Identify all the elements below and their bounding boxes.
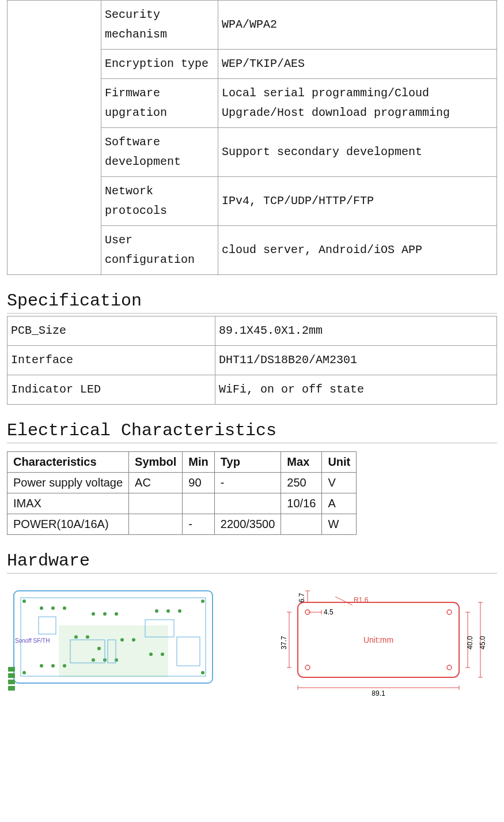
svg-point-25	[86, 635, 89, 639]
svg-point-15	[115, 612, 118, 616]
col-max: Max	[281, 452, 322, 473]
svg-point-22	[149, 653, 153, 656]
svg-rect-33	[177, 637, 200, 666]
svg-point-41	[305, 665, 310, 670]
spec-key: Interface	[7, 346, 215, 375]
svg-rect-2	[59, 625, 168, 677]
cell	[129, 493, 183, 514]
svg-point-8	[51, 606, 55, 610]
dim-width: 89.1	[372, 689, 385, 697]
table-row: IMAX 10/16 A	[7, 493, 357, 514]
dim-top-h: 4.5	[324, 608, 334, 616]
svg-point-27	[120, 638, 124, 642]
table-header-row: Characteristics Symbol Min Typ Max Unit	[7, 452, 357, 473]
svg-point-24	[74, 635, 78, 639]
cell: POWER(10A/16A)	[7, 514, 129, 535]
svg-point-9	[63, 606, 66, 610]
pcb-label: Sonoff SF/TH	[15, 638, 50, 644]
empty-cell	[7, 1, 101, 275]
svg-line-50	[335, 597, 353, 605]
spec-value: WiFi, on or off state	[215, 375, 497, 405]
heading-specification: Specification	[7, 291, 497, 314]
svg-point-40	[447, 610, 452, 614]
svg-point-28	[132, 638, 135, 642]
heading-electrical: Electrical Characteristics	[7, 421, 497, 443]
cell: 250	[281, 473, 322, 493]
dim-radius: R1.6	[354, 596, 369, 604]
spec-key: PCB_Size	[7, 316, 215, 346]
cell: AC	[129, 473, 183, 493]
svg-point-20	[166, 609, 170, 613]
table-row: Interface DHT11/DS18B20/AM2301	[7, 346, 497, 375]
heading-hardware: Hardware	[7, 551, 497, 574]
pcb-dimension-diagram: 37.7 6.7 4.5 R1.6	[266, 585, 491, 700]
cell: Power supply voltage	[7, 473, 129, 493]
parameters-table: Security mechanism WPA/WPA2 Encryption t…	[7, 0, 497, 275]
svg-rect-31	[39, 617, 56, 634]
svg-point-5	[22, 671, 26, 674]
dim-top-v: 6.7	[298, 593, 306, 602]
param-key: Firmware upgration	[101, 79, 218, 128]
svg-point-12	[63, 664, 66, 668]
dim-height-outer: 45.0	[479, 636, 487, 650]
table-row: POWER(10A/16A) - 2200/3500 W	[7, 514, 357, 535]
svg-rect-36	[8, 680, 15, 684]
cell: A	[322, 493, 357, 514]
svg-point-4	[201, 599, 204, 603]
electrical-table: Characteristics Symbol Min Typ Max Unit …	[7, 451, 357, 535]
param-key: User configuration	[101, 226, 218, 275]
table-row: PCB_Size 89.1X45.0X1.2mm	[7, 316, 497, 346]
svg-point-19	[155, 609, 158, 613]
cell: 90	[183, 473, 214, 493]
col-min: Min	[183, 452, 214, 473]
param-value: WPA/WPA2	[218, 1, 497, 50]
cell: 2200/3500	[214, 514, 281, 535]
svg-rect-37	[8, 686, 15, 691]
svg-point-16	[92, 658, 95, 662]
dim-left: 37.7	[280, 636, 288, 650]
param-key: Network protocols	[101, 177, 218, 226]
svg-rect-34	[8, 667, 15, 672]
col-characteristics: Characteristics	[7, 452, 129, 473]
cell	[129, 514, 183, 535]
spec-value: 89.1X45.0X1.2mm	[215, 316, 497, 346]
svg-point-3	[22, 599, 26, 603]
table-row: Power supply voltage AC 90 - 250 V	[7, 473, 357, 493]
param-value: Support secondary development	[218, 128, 497, 177]
param-key: Security mechanism	[101, 1, 218, 50]
table-row: Security mechanism WPA/WPA2	[7, 1, 497, 50]
dim-height-inner: 40.0	[466, 636, 474, 650]
specification-table: PCB_Size 89.1X45.0X1.2mm Interface DHT11…	[7, 316, 497, 405]
svg-point-23	[161, 653, 164, 656]
param-value: IPv4, TCP/UDP/HTTP/FTP	[218, 177, 497, 226]
svg-point-13	[92, 612, 95, 616]
cell: IMAX	[7, 493, 129, 514]
cell: -	[183, 514, 214, 535]
svg-point-26	[97, 647, 101, 650]
param-value: cloud server, Android/iOS APP	[218, 226, 497, 275]
cell	[183, 493, 214, 514]
svg-point-10	[40, 664, 43, 668]
pcb-layout-diagram: Sonoff SF/TH	[7, 585, 220, 695]
param-key: Software development	[101, 128, 218, 177]
col-unit: Unit	[322, 452, 357, 473]
cell	[214, 493, 281, 514]
svg-point-21	[178, 609, 181, 613]
svg-point-14	[103, 612, 107, 616]
spec-value: DHT11/DS18B20/AM2301	[215, 346, 497, 375]
cell: -	[214, 473, 281, 493]
svg-point-18	[115, 658, 118, 662]
col-symbol: Symbol	[129, 452, 183, 473]
cell: 10/16	[281, 493, 322, 514]
col-typ: Typ	[214, 452, 281, 473]
svg-rect-35	[8, 673, 15, 678]
cell: V	[322, 473, 357, 493]
svg-point-7	[40, 606, 43, 610]
cell	[281, 514, 322, 535]
param-value: WEP/TKIP/AES	[218, 50, 497, 79]
unit-label: Unit:mm	[363, 635, 393, 644]
param-key: Encryption type	[101, 50, 218, 79]
svg-point-11	[51, 664, 55, 668]
spec-key: Indicator LED	[7, 375, 215, 405]
svg-point-6	[201, 671, 204, 674]
